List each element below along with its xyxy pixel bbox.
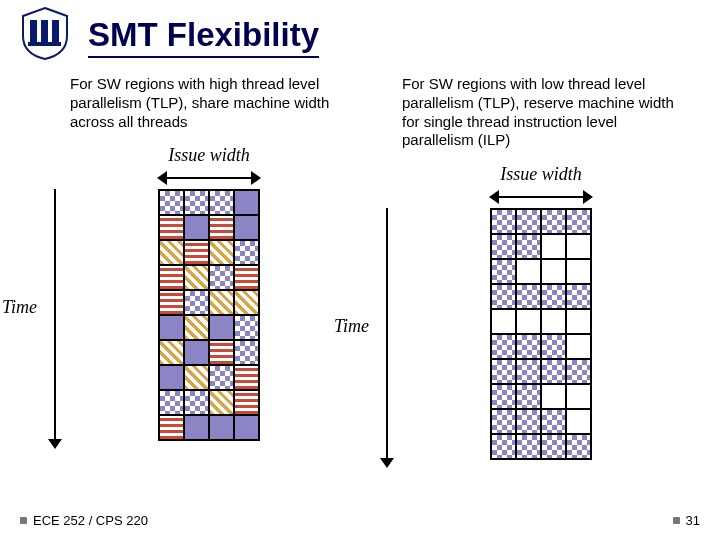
grid-cell [541, 359, 566, 384]
grid-cell [491, 334, 516, 359]
grid-cell [159, 290, 184, 315]
grid-cell [159, 240, 184, 265]
grid-cell [209, 390, 234, 415]
grid-cell [541, 409, 566, 434]
grid-cell [184, 340, 209, 365]
grid-cell [159, 265, 184, 290]
slide-number: 31 [686, 513, 700, 528]
grid-cell [209, 340, 234, 365]
grid-cell [566, 359, 591, 384]
grid-cell [234, 265, 259, 290]
grid-cell [184, 240, 209, 265]
slide-title: SMT Flexibility [88, 16, 319, 54]
grid-cell [491, 259, 516, 284]
grid-cell [184, 415, 209, 440]
footer-right: 31 [673, 513, 700, 528]
grid-cell [159, 215, 184, 240]
right-diagram: Issue width Time [402, 166, 680, 486]
header: SMT Flexibility [0, 0, 720, 63]
grid-cell [184, 290, 209, 315]
grid-cell [491, 309, 516, 334]
content-columns: For SW regions with high thread level pa… [0, 63, 720, 486]
grid-cell [234, 190, 259, 215]
grid-cell [516, 259, 541, 284]
execution-grid-right [490, 208, 592, 460]
grid-cell [516, 284, 541, 309]
grid-cell [184, 365, 209, 390]
issue-width-label: Issue width [402, 164, 680, 185]
issue-width-label: Issue width [70, 145, 348, 166]
grid-cell [541, 334, 566, 359]
grid-cell [566, 209, 591, 234]
bullet-icon [673, 517, 680, 524]
issue-width-arrow-icon [157, 171, 261, 185]
grid-cell [491, 209, 516, 234]
grid-cell [491, 409, 516, 434]
university-logo [20, 6, 70, 61]
svg-rect-2 [52, 20, 59, 42]
footer-course: ECE 252 / CPS 220 [33, 513, 148, 528]
grid-cell [491, 234, 516, 259]
right-description: For SW regions with low thread level par… [402, 75, 680, 150]
time-axis-label: Time [334, 316, 369, 337]
grid-cell [159, 315, 184, 340]
grid-cell [159, 390, 184, 415]
footer: ECE 252 / CPS 220 31 [20, 513, 700, 528]
right-column: For SW regions with low thread level par… [402, 75, 680, 486]
svg-rect-3 [28, 42, 61, 46]
grid-cell [516, 384, 541, 409]
grid-cell [516, 234, 541, 259]
grid-cell [234, 240, 259, 265]
grid-cell [159, 365, 184, 390]
svg-rect-1 [41, 20, 48, 42]
grid-cell [209, 315, 234, 340]
grid-cell [516, 209, 541, 234]
grid-cell [541, 434, 566, 459]
grid-cell [516, 334, 541, 359]
left-column: For SW regions with high thread level pa… [70, 75, 348, 486]
grid-cell [541, 284, 566, 309]
grid-cell [234, 390, 259, 415]
grid-cell [234, 340, 259, 365]
slide: SMT Flexibility For SW regions with high… [0, 0, 720, 540]
grid-cell [209, 265, 234, 290]
grid-cell [159, 190, 184, 215]
time-axis-arrow-icon [380, 208, 394, 468]
grid-cell [566, 384, 591, 409]
grid-cell [516, 309, 541, 334]
grid-cell [516, 409, 541, 434]
grid-cell [209, 215, 234, 240]
grid-cell [541, 384, 566, 409]
grid-cell [541, 209, 566, 234]
grid-cell [184, 315, 209, 340]
left-diagram: Issue width Time [70, 147, 348, 467]
grid-cell [209, 290, 234, 315]
bullet-icon [20, 517, 27, 524]
grid-cell [159, 340, 184, 365]
time-axis-label: Time [2, 297, 37, 318]
grid-cell [209, 365, 234, 390]
time-axis-arrow-icon [48, 189, 62, 449]
grid-cell [491, 384, 516, 409]
grid-cell [184, 390, 209, 415]
grid-cell [566, 259, 591, 284]
grid-cell [159, 415, 184, 440]
grid-cell [491, 359, 516, 384]
grid-cell [234, 290, 259, 315]
grid-cell [516, 359, 541, 384]
left-description: For SW regions with high thread level pa… [70, 75, 348, 131]
grid-cell [234, 315, 259, 340]
grid-cell [566, 409, 591, 434]
grid-cell [541, 259, 566, 284]
grid-cell [491, 284, 516, 309]
grid-cell [491, 434, 516, 459]
issue-width-arrow-icon [489, 190, 593, 204]
grid-cell [184, 265, 209, 290]
grid-cell [566, 284, 591, 309]
grid-cell [209, 240, 234, 265]
grid-cell [209, 415, 234, 440]
grid-cell [566, 334, 591, 359]
grid-cell [184, 215, 209, 240]
grid-cell [541, 234, 566, 259]
footer-left: ECE 252 / CPS 220 [20, 513, 148, 528]
